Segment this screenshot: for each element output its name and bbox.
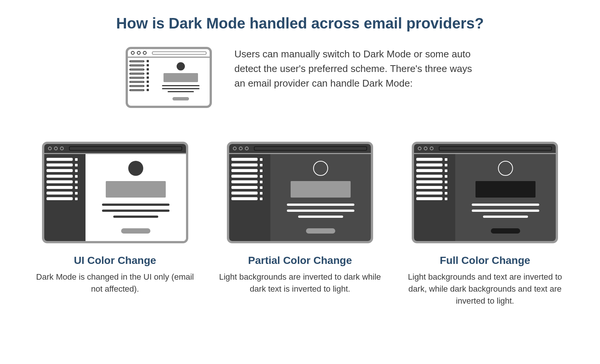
button-pill-icon (121, 228, 150, 234)
text-line-icon (102, 204, 170, 206)
card-title: Full Color Change (440, 255, 530, 267)
email-client-mock-ui-dark-icon (42, 142, 188, 243)
mock-email-content-dark (270, 154, 371, 241)
avatar-icon (128, 161, 143, 176)
text-line-icon (472, 210, 539, 212)
page-title: How is Dark Mode handled across email pr… (19, 15, 581, 32)
window-controls-icon (131, 51, 147, 55)
mock-email-content (152, 58, 210, 106)
email-client-mock-full-dark-icon (412, 142, 558, 243)
text-line-icon (287, 204, 354, 206)
text-line-icon (472, 204, 539, 206)
text-line-icon (168, 91, 194, 92)
button-pill-icon (172, 97, 189, 100)
card-full-color-change: Full Color Change Light backgrounds and … (400, 142, 570, 307)
intro-text: Users can manually switch to Dark Mode o… (234, 47, 474, 91)
mock-sidebar (229, 154, 270, 241)
card-ui-color-change: UI Color Change Dark Mode is changed in … (30, 142, 200, 307)
text-line-icon (287, 210, 354, 212)
mock-window-header (229, 144, 371, 154)
mock-window-header (414, 144, 556, 154)
cards-row: UI Color Change Dark Mode is changed in … (19, 142, 581, 307)
mock-email-content-fulldark (455, 154, 556, 241)
avatar-icon (177, 62, 185, 70)
card-desc: Light backgrounds and text are inverted … (400, 271, 570, 307)
url-bar-icon (152, 51, 207, 55)
url-bar-icon (69, 146, 182, 151)
intro-email-client-mock-icon (126, 47, 212, 108)
text-line-icon (483, 216, 528, 218)
mock-window-header (128, 49, 210, 58)
text-line-icon (102, 210, 170, 212)
text-line-icon (162, 85, 200, 86)
hero-block-icon (164, 73, 198, 82)
intro-row: Users can manually switch to Dark Mode o… (19, 47, 581, 108)
card-desc: Light backgrounds are inverted to dark w… (215, 271, 385, 295)
card-title: Partial Color Change (248, 255, 352, 267)
button-pill-icon (306, 228, 335, 234)
text-line-icon (113, 216, 158, 218)
window-controls-icon (418, 147, 434, 150)
mock-window-header (44, 144, 186, 154)
card-partial-color-change: Partial Color Change Light backgrounds a… (215, 142, 385, 307)
hero-block-icon (106, 181, 166, 198)
mock-email-content-light (86, 154, 186, 241)
window-controls-icon (233, 147, 249, 150)
text-line-icon (298, 216, 343, 218)
avatar-outline-icon (498, 161, 513, 176)
text-line-icon (162, 88, 200, 89)
mock-sidebar (44, 154, 86, 241)
hero-block-icon (476, 181, 536, 198)
card-title: UI Color Change (74, 255, 156, 267)
url-bar-icon (439, 146, 552, 151)
mock-sidebar (128, 58, 152, 106)
mock-sidebar (414, 154, 455, 241)
url-bar-icon (254, 146, 367, 151)
card-desc: Dark Mode is changed in the UI only (ema… (30, 271, 200, 295)
avatar-outline-icon (313, 161, 328, 176)
hero-block-icon (291, 181, 351, 198)
email-client-mock-partial-dark-icon (227, 142, 373, 243)
button-pill-icon (491, 228, 520, 234)
window-controls-icon (48, 147, 64, 150)
